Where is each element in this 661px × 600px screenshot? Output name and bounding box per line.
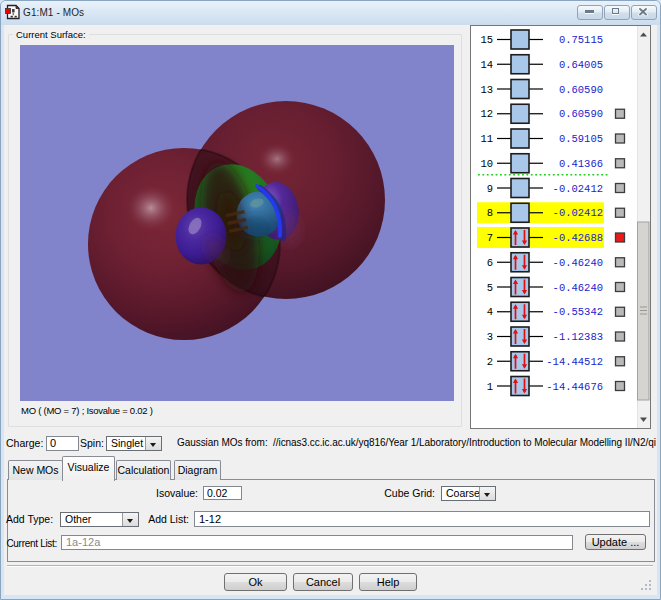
svg-text:14: 14	[480, 59, 493, 71]
svg-text:-1.12383: -1.12383	[553, 331, 603, 343]
svg-text:6: 6	[487, 257, 493, 269]
svg-text:4: 4	[487, 306, 493, 318]
svg-text:0.60590: 0.60590	[559, 108, 603, 120]
svg-text:3: 3	[487, 331, 493, 343]
svg-text:1: 1	[487, 381, 493, 393]
svg-text:13: 13	[480, 84, 493, 96]
svg-text:0.41366: 0.41366	[559, 158, 603, 170]
svg-text:11: 11	[480, 133, 493, 145]
svg-text:-0.02412: -0.02412	[553, 183, 603, 195]
svg-text:0.60590: 0.60590	[559, 84, 603, 96]
svg-text:9: 9	[487, 183, 493, 195]
svg-text:0.75115: 0.75115	[559, 34, 603, 46]
svg-text:7: 7	[487, 232, 493, 244]
svg-text:5: 5	[487, 282, 493, 294]
svg-text:-14.44512: -14.44512	[546, 356, 603, 368]
svg-text:0.59105: 0.59105	[559, 133, 603, 145]
svg-text:-0.46240: -0.46240	[553, 282, 603, 294]
svg-text:8: 8	[487, 207, 493, 219]
svg-text:-14.44676: -14.44676	[546, 381, 603, 393]
svg-text:2: 2	[487, 356, 493, 368]
svg-text:10: 10	[480, 158, 493, 170]
svg-text:-0.42688: -0.42688	[553, 232, 603, 244]
svg-text:-0.46240: -0.46240	[553, 257, 603, 269]
svg-text:-0.02412: -0.02412	[553, 207, 603, 219]
svg-text:12: 12	[480, 108, 493, 120]
svg-text:15: 15	[480, 34, 493, 46]
svg-text:0.64005: 0.64005	[559, 59, 603, 71]
svg-text:-0.55342: -0.55342	[553, 306, 603, 318]
